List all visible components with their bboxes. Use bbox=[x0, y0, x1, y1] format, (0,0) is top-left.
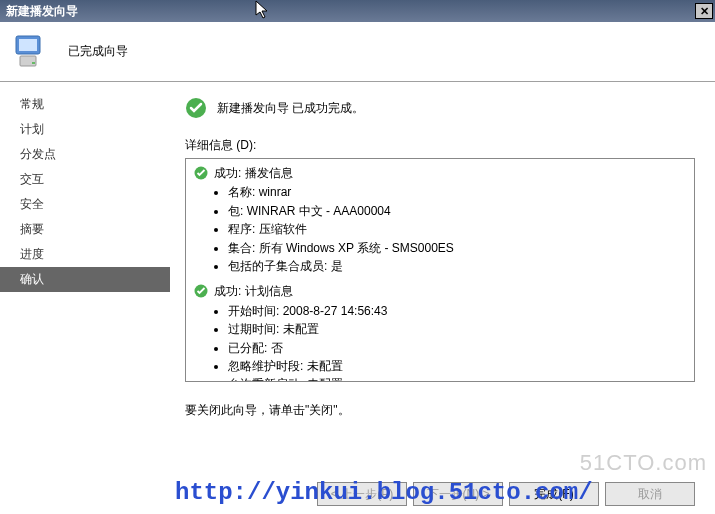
sidebar-item-summary[interactable]: 摘要 bbox=[0, 217, 170, 242]
previous-button: < 上一步(P) bbox=[317, 482, 407, 506]
sidebar-item-confirm[interactable]: 确认 bbox=[0, 267, 170, 292]
detail-item: 集合: 所有 Windows XP 系统 - SMS000ES bbox=[228, 240, 686, 257]
button-row: < 上一步(P) 下一步(N) > 完成(F) 取消 bbox=[317, 482, 695, 506]
sidebar-item-distpoints[interactable]: 分发点 bbox=[0, 142, 170, 167]
sidebar-item-general[interactable]: 常规 bbox=[0, 92, 170, 117]
sidebar-item-progress[interactable]: 进度 bbox=[0, 242, 170, 267]
finish-button[interactable]: 完成(F) bbox=[509, 482, 599, 506]
title-bar: 新建播发向导 ✕ bbox=[0, 0, 715, 22]
sidebar-item-schedule[interactable]: 计划 bbox=[0, 117, 170, 142]
detail-item: 开始时间: 2008-8-27 14:56:43 bbox=[228, 303, 686, 320]
success-message: 新建播发向导 已成功完成。 bbox=[217, 100, 364, 117]
section-title: 成功: 计划信息 bbox=[214, 283, 293, 300]
svg-rect-2 bbox=[20, 56, 36, 66]
detail-item: 已分配: 否 bbox=[228, 340, 686, 357]
wizard-sidebar: 常规 计划 分发点 交互 安全 摘要 进度 确认 bbox=[0, 82, 170, 514]
section-bullets: 开始时间: 2008-8-27 14:56:43 过期时间: 未配置 已分配: … bbox=[228, 303, 686, 382]
success-check-icon bbox=[194, 166, 208, 180]
success-check-icon bbox=[185, 97, 207, 119]
sidebar-item-security[interactable]: 安全 bbox=[0, 192, 170, 217]
next-button: 下一步(N) > bbox=[413, 482, 503, 506]
section-bullets: 名称: winrar 包: WINRAR 中文 - AAA00004 程序: 压… bbox=[228, 184, 686, 275]
page-title: 已完成向导 bbox=[68, 43, 128, 60]
svg-rect-1 bbox=[19, 39, 37, 51]
close-instruction: 要关闭此向导，请单击"关闭"。 bbox=[185, 402, 695, 419]
detail-item: 包: WINRAR 中文 - AAA00004 bbox=[228, 203, 686, 220]
detail-item: 名称: winrar bbox=[228, 184, 686, 201]
wizard-header: 已完成向导 bbox=[0, 22, 715, 82]
detail-item: 忽略维护时段: 未配置 bbox=[228, 358, 686, 375]
svg-rect-3 bbox=[32, 62, 35, 64]
close-icon[interactable]: ✕ bbox=[695, 3, 713, 19]
sidebar-item-interaction[interactable]: 交互 bbox=[0, 167, 170, 192]
cancel-button: 取消 bbox=[605, 482, 695, 506]
details-textbox[interactable]: 成功: 播发信息 名称: winrar 包: WINRAR 中文 - AAA00… bbox=[185, 158, 695, 382]
success-check-icon bbox=[194, 284, 208, 298]
window-title: 新建播发向导 bbox=[6, 3, 78, 20]
detail-item: 包括的子集合成员: 是 bbox=[228, 258, 686, 275]
details-label: 详细信息 (D): bbox=[185, 137, 695, 154]
computer-icon bbox=[10, 32, 50, 72]
section-title: 成功: 播发信息 bbox=[214, 165, 293, 182]
detail-item: 允许重新启动: 未配置 bbox=[228, 376, 686, 382]
wizard-content: 新建播发向导 已成功完成。 详细信息 (D): 成功: 播发信息 名称: win… bbox=[170, 82, 715, 514]
detail-item: 过期时间: 未配置 bbox=[228, 321, 686, 338]
detail-item: 程序: 压缩软件 bbox=[228, 221, 686, 238]
